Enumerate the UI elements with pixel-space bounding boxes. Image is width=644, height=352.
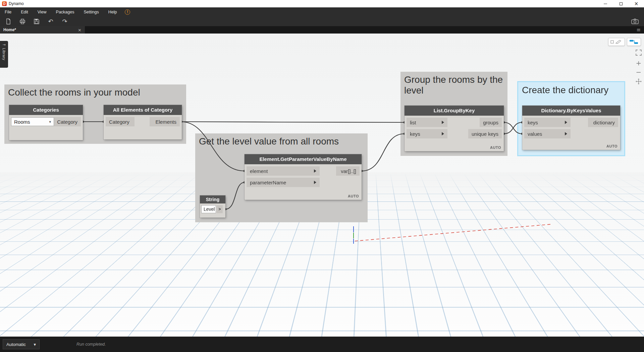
node-get-parameter-value-by-name[interactable]: Element.GetParameterValueByName element … xyxy=(245,154,362,200)
print-button[interactable] xyxy=(19,18,26,25)
caret-down-icon: ▾ xyxy=(49,120,51,124)
port-out-groups[interactable]: groups xyxy=(480,118,502,127)
zoom-out-button[interactable]: − xyxy=(636,69,642,75)
chevron-right-icon[interactable] xyxy=(442,121,444,124)
library-panel-tab[interactable]: → Library xyxy=(0,41,8,68)
string-value-input[interactable]: Level xyxy=(201,205,216,213)
menu-help[interactable]: Help xyxy=(104,7,122,16)
chevron-right-icon[interactable] xyxy=(314,181,316,184)
notification-icon[interactable]: ! xyxy=(125,9,130,15)
graph-view-icon xyxy=(629,40,639,44)
node-header[interactable]: Element.GetParameterValueByName xyxy=(245,154,362,164)
node-all-elements-of-category[interactable]: All Elements of Category Category Elemen… xyxy=(104,105,182,139)
close-icon: × xyxy=(634,1,639,7)
tab-close-icon[interactable]: × xyxy=(78,27,82,33)
port-in-keys[interactable]: keys xyxy=(407,129,447,138)
tab-label: Home* xyxy=(3,27,16,32)
geometry-view-button[interactable] xyxy=(608,38,625,46)
tool-bar: ↶ ↷ xyxy=(0,16,644,26)
fit-view-button[interactable] xyxy=(636,50,642,57)
new-file-icon xyxy=(5,18,11,24)
chevron-right-icon[interactable] xyxy=(565,121,567,124)
port-out-var[interactable]: var[]..[] xyxy=(336,166,360,176)
node-header[interactable]: Dictionary.ByKeysValues xyxy=(522,106,620,116)
port-out-elements[interactable]: Elements xyxy=(150,117,180,126)
dynamo-window: Collect the rooms in your model Get the … xyxy=(0,0,644,352)
port-out-category[interactable]: Category xyxy=(54,117,81,126)
dynamo-logo-icon: D xyxy=(2,1,7,6)
minimize-icon xyxy=(604,4,607,4)
menu-settings[interactable]: Settings xyxy=(79,7,103,16)
save-button[interactable] xyxy=(33,18,40,25)
node-header[interactable]: List.GroupByKey xyxy=(405,106,504,116)
undo-button[interactable]: ↶ xyxy=(47,18,54,25)
window-title: Dynamo xyxy=(9,1,24,6)
graph-view-button[interactable] xyxy=(627,38,641,46)
dropdown-value: Rooms xyxy=(14,119,30,125)
node-categories[interactable]: Categories Rooms ▾ Category xyxy=(9,105,83,140)
menu-view[interactable]: View xyxy=(33,7,51,16)
group-title: Group the rooms by the level xyxy=(400,72,507,99)
redo-button[interactable]: ↷ xyxy=(61,18,68,25)
port-label: keys xyxy=(410,131,420,137)
port-in-element[interactable]: element xyxy=(247,166,320,176)
geometry-view-icon xyxy=(610,40,623,44)
menu-file[interactable]: File xyxy=(0,7,16,16)
port-out-string[interactable]: > xyxy=(217,205,223,213)
chevron-right-icon[interactable] xyxy=(565,132,567,135)
pan-button[interactable] xyxy=(635,78,642,86)
fit-view-icon xyxy=(636,50,642,56)
port-in-values[interactable]: values xyxy=(524,129,571,138)
maximize-button[interactable] xyxy=(613,0,629,7)
close-button[interactable]: × xyxy=(629,0,644,7)
port-label: parameterName xyxy=(250,180,286,185)
pan-icon xyxy=(635,78,642,85)
camera-icon xyxy=(631,18,639,24)
tab-home[interactable]: Home* × xyxy=(0,26,85,34)
port-label: keys xyxy=(528,120,538,125)
port-out-unique-keys[interactable]: unique keys xyxy=(468,129,502,138)
maximize-icon xyxy=(620,2,623,5)
node-list-group-by-key[interactable]: List.GroupByKey list groups keys unique … xyxy=(405,106,504,151)
zoom-control-group: + − xyxy=(634,50,643,86)
lacing-indicator[interactable]: AUTO xyxy=(606,144,618,148)
run-mode-value: Automatic xyxy=(6,342,26,347)
port-in-category[interactable]: Category xyxy=(106,117,135,126)
port-in-list[interactable]: list xyxy=(407,118,447,127)
title-bar: D Dynamo × xyxy=(0,0,644,7)
node-string[interactable]: String Level > xyxy=(200,195,225,218)
lacing-indicator[interactable]: AUTO xyxy=(348,194,359,198)
chevron-right-icon[interactable] xyxy=(314,169,316,173)
port-in-parametername[interactable]: parameterName xyxy=(247,178,320,187)
undo-icon: ↶ xyxy=(48,18,53,24)
new-file-button[interactable] xyxy=(5,18,12,25)
expand-arrow-icon: → xyxy=(2,43,5,47)
print-icon xyxy=(19,18,25,24)
menu-bar: File Edit View Packages Settings Help ! xyxy=(0,7,644,16)
node-header[interactable]: All Elements of Category xyxy=(104,105,182,115)
menu-packages[interactable]: Packages xyxy=(51,7,79,16)
redo-icon: ↷ xyxy=(62,18,67,24)
node-dictionary-by-keys-values[interactable]: Dictionary.ByKeysValues keys dictionary … xyxy=(522,106,620,150)
group-title: Collect the rooms in your model xyxy=(4,84,186,101)
tab-bar: Home* × ≡ xyxy=(0,26,644,34)
run-mode-dropdown[interactable]: Automatic ▾ xyxy=(3,339,40,349)
save-icon xyxy=(34,18,40,24)
zoom-in-button[interactable]: + xyxy=(636,60,642,66)
node-header[interactable]: String xyxy=(200,195,225,203)
export-image-button[interactable] xyxy=(631,18,639,25)
node-header[interactable]: Categories xyxy=(9,105,83,115)
caret-down-icon: ▾ xyxy=(34,342,36,347)
port-in-keys[interactable]: keys xyxy=(524,118,571,127)
categories-dropdown[interactable]: Rooms ▾ xyxy=(11,117,54,126)
chevron-right-icon[interactable] xyxy=(442,132,444,135)
tab-overflow-menu-icon[interactable]: ≡ xyxy=(636,27,641,33)
port-label: list xyxy=(410,120,416,125)
menu-edit[interactable]: Edit xyxy=(16,7,33,16)
lacing-indicator[interactable]: AUTO xyxy=(490,145,501,150)
port-out-dictionary[interactable]: dictionary xyxy=(588,118,618,127)
run-status-message: Run completed. xyxy=(76,342,106,347)
library-label: Library xyxy=(2,48,6,60)
port-label: values xyxy=(528,131,542,137)
minimize-button[interactable] xyxy=(598,0,613,7)
